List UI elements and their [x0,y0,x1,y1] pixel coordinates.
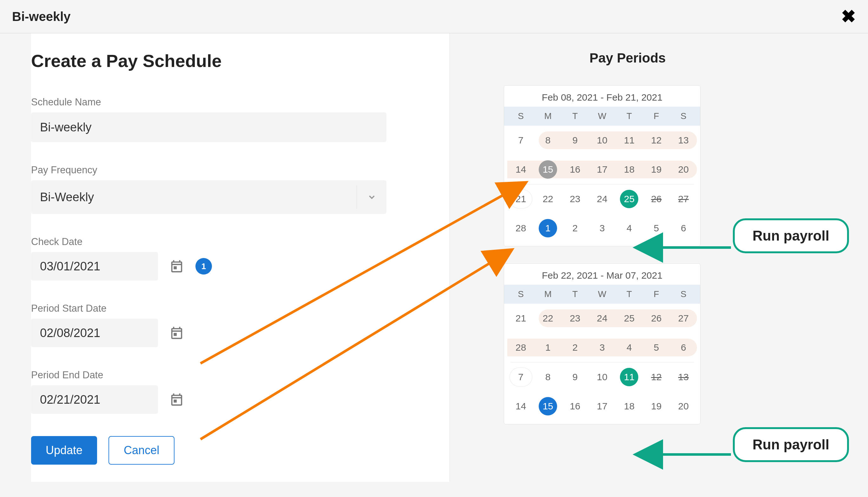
close-icon[interactable]: ✖ [841,8,856,25]
update-button[interactable]: Update [31,436,97,465]
calendar-cell[interactable]: 7 [507,129,534,152]
calendar-cell[interactable]: 23 [562,187,589,210]
calendar-day: 11 [620,368,638,386]
calendar-cell[interactable]: 20 [670,395,697,418]
schedule-name-input[interactable] [31,112,387,142]
calendar-cell[interactable]: 14 [507,158,534,181]
calendar-cell[interactable]: 16 [562,158,589,181]
calendar-cell[interactable]: 26 [643,187,670,210]
calendar-cell[interactable]: 18 [616,158,643,181]
calendar-cell[interactable]: 12 [643,366,670,388]
calendar-cell[interactable]: 2 [562,336,589,359]
calendar-cell[interactable]: 24 [589,187,616,210]
calendar-cell[interactable]: 10 [589,366,616,388]
calendar-day: 22 [539,190,557,208]
calendar-cell[interactable]: 3 [589,217,616,240]
calendar-cell[interactable]: 26 [643,307,670,330]
pay-periods-panel: Pay Periods Feb 08, 2021 - Feb 21, 2021S… [450,33,868,482]
calendar-cell[interactable]: 4 [616,336,643,359]
pay-periods-title: Pay Periods [590,51,868,66]
calendar-cell[interactable]: 13 [670,366,697,388]
calendar-cell[interactable]: 20 [670,158,697,181]
calendar-cell[interactable]: 16 [562,395,589,418]
period-start-input[interactable] [31,318,158,347]
period-end-label: Period End Date [31,369,418,381]
cancel-button[interactable]: Cancel [108,436,174,465]
calendar-cell[interactable]: 1 [534,336,561,359]
calendar-cell[interactable]: 5 [643,217,670,240]
calendar-day: 13 [674,131,693,150]
calendar-cell[interactable]: 27 [670,187,697,210]
calendar-day: 3 [593,219,611,237]
calendar-cell[interactable]: 5 [643,336,670,359]
calendar-cell[interactable]: 1 [534,217,561,240]
calendar-cell[interactable]: 8 [534,129,561,152]
calendar-cell[interactable]: 14 [507,395,534,418]
calendar-cell[interactable]: 24 [589,307,616,330]
pay-frequency-select[interactable]: Bi-Weekly [31,180,387,214]
calendar-cell[interactable]: 2 [562,217,589,240]
calendar-cell[interactable]: 3 [589,336,616,359]
calendar-day: 1 [539,219,557,237]
calendar-icon[interactable] [170,326,184,340]
calendar-cell[interactable]: 10 [589,129,616,152]
calendar-cell[interactable]: 28 [507,217,534,240]
weekday-header: M [534,111,561,121]
calendar-cell[interactable]: 15 [534,395,561,418]
calendar-day: 25 [620,190,638,208]
calendar-cell[interactable]: 19 [643,158,670,181]
calendar-day: 8 [539,368,557,386]
calendar-cell[interactable]: 23 [562,307,589,330]
calendar-day: 2 [566,219,584,237]
calendar-day: 12 [647,131,666,150]
calendar-day: 9 [566,368,584,386]
calendar-cell[interactable]: 25 [616,187,643,210]
period-end-input[interactable] [31,385,158,414]
check-date-input[interactable] [31,252,158,281]
calendar-cell[interactable]: 17 [589,395,616,418]
calendar-day: 27 [674,309,693,328]
calendar-cell[interactable]: 6 [670,217,697,240]
calendar-day: 5 [647,219,666,237]
calendar-icon[interactable] [170,392,184,407]
calendar-cell[interactable]: 7 [507,366,534,388]
check-date-label: Check Date [31,236,418,247]
weekday-header: T [562,289,589,299]
calendar-cell[interactable]: 11 [616,129,643,152]
calendar-cell[interactable]: 9 [562,366,589,388]
calendar-cell[interactable]: 25 [616,307,643,330]
calendar-cell[interactable]: 19 [643,395,670,418]
modal-header: Bi-weekly ✖ [0,0,868,33]
calendar-cell[interactable]: 4 [616,217,643,240]
calendar-day: 27 [674,190,693,208]
calendar-day: 2 [566,338,584,357]
calendar-day: 10 [593,368,611,386]
calendar-cell[interactable]: 21 [507,307,534,330]
calendar-cell[interactable]: 12 [643,129,670,152]
calendar-cell[interactable]: 21 [507,187,534,210]
calendar-day: 7 [512,131,530,150]
weekday-header: S [670,289,697,299]
calendar-day: 6 [674,338,693,357]
calendar-day: 14 [512,397,530,415]
calendar-cell[interactable]: 8 [534,366,561,388]
calendar-cell[interactable]: 27 [670,307,697,330]
calendar-cell[interactable]: 15 [534,158,561,181]
calendar-cell[interactable]: 11 [616,366,643,388]
calendar-cell[interactable]: 6 [670,336,697,359]
calendar-cell[interactable]: 13 [670,129,697,152]
calendar-cell[interactable]: 9 [562,129,589,152]
calendar-cell[interactable]: 17 [589,158,616,181]
modal-title: Bi-weekly [12,10,71,24]
calendar-card: Feb 22, 2021 - Mar 07, 2021SMTWTFS212223… [504,264,700,424]
calendar-day: 12 [647,368,666,386]
calendar-cell[interactable]: 22 [534,187,561,210]
calendar-cell[interactable]: 18 [616,395,643,418]
calendar-day: 28 [512,338,530,357]
calendar-cell[interactable]: 22 [534,307,561,330]
calendar-day: 17 [593,397,611,415]
calendar-icon[interactable] [170,259,184,273]
calendar-cell[interactable]: 28 [507,336,534,359]
calendar-day: 10 [593,131,611,150]
weekday-header: S [507,111,534,121]
